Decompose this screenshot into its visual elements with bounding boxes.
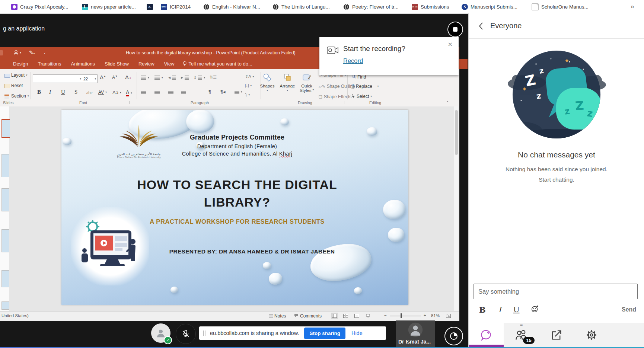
select-button[interactable]: Select▾ (351, 93, 372, 99)
character-spacing-button[interactable]: AV▾ (98, 90, 107, 95)
bullets-button[interactable]: ▾ (141, 76, 149, 80)
chat-message-input[interactable] (474, 284, 638, 299)
ltr-direction-button[interactable]: ¶ (208, 89, 211, 95)
stop-share-button[interactable] (447, 22, 463, 37)
my-avatar-button[interactable]: ✓ (151, 323, 170, 343)
bold-button[interactable]: B (37, 89, 41, 95)
drag-handle-icon[interactable] (203, 331, 205, 336)
slide-thumbnail-1[interactable] (1, 119, 10, 138)
bookmark-english-kishwar[interactable]: English - Kishwar N... (203, 0, 260, 13)
record-link[interactable]: Record (343, 57, 363, 64)
columns-button[interactable]: ▾ (235, 90, 242, 94)
underline-button[interactable]: U (61, 89, 65, 95)
align-center-button[interactable] (154, 90, 160, 94)
slideshow-view-button[interactable] (365, 313, 371, 319)
tab-close-panel[interactable] (609, 323, 644, 347)
tab-settings[interactable] (574, 323, 609, 347)
chat-bold-button[interactable]: B (479, 305, 486, 315)
bookmark-limits-language[interactable]: The Limits of Langu... (272, 0, 330, 13)
change-case-button[interactable]: Aa▾ (112, 90, 121, 95)
slide-thumbnail-4[interactable] (1, 229, 9, 252)
strikethrough-button[interactable]: abc (86, 90, 93, 96)
tab-chat[interactable] (469, 323, 504, 347)
panel-drag-handle[interactable]: ≡ (520, 323, 523, 327)
zoom-percentage[interactable]: 81% (431, 313, 440, 318)
slide-editing-area[interactable]: جامعة الأمير سطام بن عبد العزيز Prince S… (61, 110, 408, 305)
font-color-button[interactable]: A▾ (126, 89, 132, 96)
qat-person-icon[interactable]: ▾ (13, 50, 19, 57)
send-button[interactable]: Send (622, 306, 636, 313)
bookmark-submissions[interactable]: IS TR Submissions (412, 0, 449, 13)
hide-link[interactable]: Hide (351, 330, 363, 336)
justify-button[interactable] (181, 90, 186, 94)
clear-formatting-button[interactable]: A✦ (125, 74, 132, 80)
shapes-button[interactable]: Shapes▾ (258, 73, 277, 92)
shape-effects-button[interactable]: ❏Shape Effects▾ (319, 94, 354, 99)
stop-sharing-button[interactable]: Stop sharing (304, 328, 345, 339)
reset-button[interactable]: Reset (4, 83, 23, 88)
bookmark-x-app[interactable]: X- (147, 0, 153, 13)
reading-view-button[interactable] (354, 313, 360, 319)
grow-font-button[interactable]: A▲ (100, 74, 106, 80)
canvas-scrollbar[interactable] (454, 106, 459, 311)
tab-transitions[interactable]: Transitions (33, 61, 66, 67)
comments-button[interactable]: Comments (294, 313, 322, 319)
session-clock-button[interactable] (444, 327, 463, 345)
decrease-indent-button[interactable]: ◀ (168, 76, 176, 80)
align-text-button[interactable]: [↕]▾ (245, 83, 252, 87)
italic-button[interactable]: I (49, 89, 51, 95)
text-direction-button[interactable]: ⇕A▾ (245, 74, 254, 79)
align-left-button[interactable] (141, 90, 146, 94)
section-button[interactable]: Section▾ (4, 93, 29, 99)
paragraph-dialog-launcher[interactable] (240, 101, 243, 104)
fit-to-window-button[interactable] (445, 313, 452, 319)
font-size-combo[interactable]: 22▾ (82, 74, 98, 83)
tab-share-content[interactable] (539, 323, 574, 347)
tab-view[interactable]: View (159, 61, 179, 67)
zoom-out-button[interactable]: − (384, 313, 387, 317)
rtl-direction-button[interactable]: ¶◂ (220, 89, 226, 95)
slide-thumbnail-2[interactable] (1, 154, 9, 177)
align-right-button[interactable] (168, 90, 173, 94)
bookmark-crazy-pixel[interactable]: Crazy Pixel Apocaly... (11, 0, 68, 13)
bookmark-manuscript[interactable]: S Manuscript Submis... (462, 0, 517, 13)
zoom-slider-thumb[interactable] (401, 313, 402, 318)
qat-pen-icon[interactable]: ✎▾ (29, 50, 35, 55)
qat-customize-chevron[interactable]: ⌄ (43, 51, 46, 54)
scrollbar-thumb[interactable] (455, 110, 458, 155)
back-chevron-icon[interactable] (478, 22, 484, 30)
tab-design[interactable]: Design (8, 61, 33, 67)
shrink-font-button[interactable]: A▼ (112, 75, 118, 80)
presenter-video-tile[interactable]: Dr Ismat Ja... (396, 320, 435, 347)
increase-indent-button[interactable]: ▶ (181, 76, 189, 80)
numbering-button[interactable]: ▾ (154, 76, 163, 80)
tell-me-box[interactable]: Tell me what you want to do... (187, 61, 257, 67)
chat-italic-button[interactable]: I (498, 305, 501, 314)
tab-slide-show[interactable]: Slide Show (100, 61, 134, 67)
tab-attendees[interactable]: ≡ 15 (504, 323, 539, 347)
bookmark-news-paper[interactable]: L news paper article... (82, 0, 136, 13)
slide-sorter-view-button[interactable] (342, 313, 349, 319)
slide-thumbnail-5[interactable] (1, 270, 9, 287)
qat-partial-icon[interactable] (0, 50, 3, 55)
arrange-button[interactable]: Arrange▾ (278, 73, 297, 92)
bookmark-poetry-flower[interactable]: Poetry: Flower of tr... (343, 0, 399, 13)
chat-underline-button[interactable]: U (513, 305, 520, 314)
text-highlight-icon[interactable]: ⇅☰ (210, 75, 217, 80)
convert-smartart-button[interactable]: ⤵▾ (245, 93, 250, 97)
emoji-button[interactable] (531, 305, 539, 315)
collapse-ribbon-chevron[interactable]: ⌃ (446, 100, 449, 105)
zoom-in-button[interactable]: + (424, 313, 426, 317)
font-name-combo[interactable]: ▾ (33, 74, 83, 83)
bookmarks-overflow-chevron[interactable]: » (631, 3, 634, 10)
replace-button[interactable]: abac Replace▾ (351, 84, 379, 89)
quick-styles-button[interactable]: Quick Styles▾ (297, 73, 316, 93)
zoom-slider-track[interactable] (390, 316, 421, 316)
drawing-dialog-launcher[interactable] (344, 101, 347, 104)
microphone-muted-button[interactable] (176, 324, 196, 344)
normal-view-button[interactable] (331, 313, 338, 319)
slide-thumbnail-6[interactable] (1, 301, 9, 310)
font-dialog-launcher[interactable] (130, 101, 133, 104)
tab-animations[interactable]: Animations (66, 61, 100, 67)
bookmark-scholarone[interactable]: ScholarOne Manus... (532, 0, 589, 13)
